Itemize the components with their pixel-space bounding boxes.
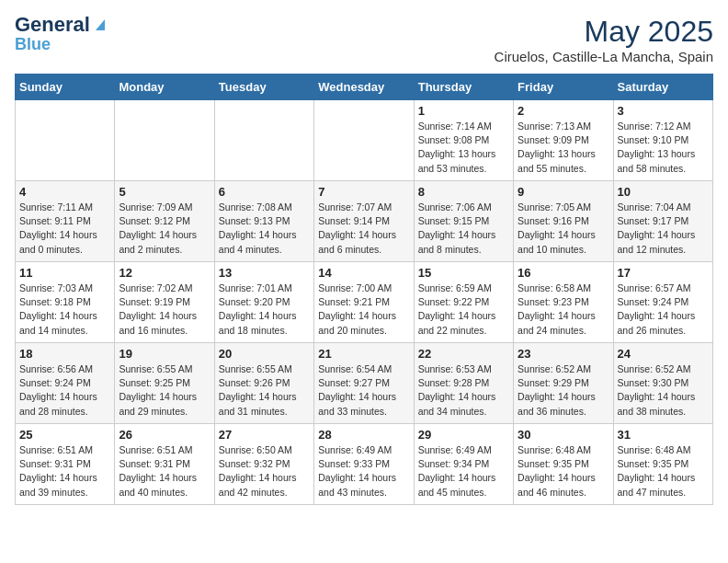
calendar-table: SundayMondayTuesdayWednesdayThursdayFrid… <box>15 74 713 505</box>
week-row-5: 25Sunrise: 6:51 AM Sunset: 9:31 PM Dayli… <box>16 424 713 505</box>
day-number: 22 <box>418 347 509 361</box>
day-info: Sunrise: 6:56 AM Sunset: 9:24 PM Dayligh… <box>19 362 110 419</box>
calendar-cell <box>16 100 115 181</box>
calendar-cell: 22Sunrise: 6:53 AM Sunset: 9:28 PM Dayli… <box>414 343 513 424</box>
calendar-cell: 14Sunrise: 7:00 AM Sunset: 9:21 PM Dayli… <box>314 262 414 343</box>
day-number: 25 <box>19 428 110 442</box>
day-number: 6 <box>219 185 310 199</box>
day-info: Sunrise: 6:54 AM Sunset: 9:27 PM Dayligh… <box>318 362 409 419</box>
week-row-4: 18Sunrise: 6:56 AM Sunset: 9:24 PM Dayli… <box>16 343 713 424</box>
day-info: Sunrise: 6:52 AM Sunset: 9:29 PM Dayligh… <box>518 362 609 419</box>
day-number: 31 <box>618 428 709 442</box>
day-number: 19 <box>119 347 210 361</box>
day-number: 8 <box>418 185 509 199</box>
day-info: Sunrise: 6:51 AM Sunset: 9:31 PM Dayligh… <box>19 443 110 500</box>
day-info: Sunrise: 6:58 AM Sunset: 9:23 PM Dayligh… <box>518 282 609 338</box>
day-number: 24 <box>618 347 709 361</box>
day-number: 4 <box>19 185 110 199</box>
calendar-cell: 16Sunrise: 6:58 AM Sunset: 9:23 PM Dayli… <box>514 262 613 343</box>
calendar-cell: 18Sunrise: 6:56 AM Sunset: 9:24 PM Dayli… <box>16 343 115 424</box>
calendar-cell: 24Sunrise: 6:52 AM Sunset: 9:30 PM Dayli… <box>613 343 712 424</box>
column-header-monday: Monday <box>115 75 214 100</box>
day-info: Sunrise: 6:55 AM Sunset: 9:25 PM Dayligh… <box>119 362 210 419</box>
logo-blue: Blue <box>15 35 51 54</box>
calendar-cell: 15Sunrise: 6:59 AM Sunset: 9:22 PM Dayli… <box>414 262 513 343</box>
title-block: May 2025 Ciruelos, Castille-La Mancha, S… <box>495 15 713 64</box>
calendar-cell: 1Sunrise: 7:14 AM Sunset: 9:08 PM Daylig… <box>414 100 513 181</box>
month-title: May 2025 <box>495 15 713 49</box>
day-number: 15 <box>418 266 509 280</box>
day-info: Sunrise: 6:57 AM Sunset: 9:24 PM Dayligh… <box>618 282 709 338</box>
day-number: 26 <box>119 428 210 442</box>
calendar-cell: 12Sunrise: 7:02 AM Sunset: 9:19 PM Dayli… <box>115 262 214 343</box>
day-number: 18 <box>19 347 110 361</box>
logo-general: General <box>15 15 90 35</box>
day-info: Sunrise: 7:14 AM Sunset: 9:08 PM Dayligh… <box>418 120 509 176</box>
day-info: Sunrise: 7:06 AM Sunset: 9:15 PM Dayligh… <box>418 201 509 257</box>
day-number: 7 <box>318 185 409 199</box>
calendar-cell: 5Sunrise: 7:09 AM Sunset: 9:12 PM Daylig… <box>115 181 214 262</box>
column-header-tuesday: Tuesday <box>214 75 313 100</box>
week-row-1: 1Sunrise: 7:14 AM Sunset: 9:08 PM Daylig… <box>16 100 713 181</box>
page-header: General Blue May 2025 Ciruelos, Castille… <box>15 15 713 64</box>
day-info: Sunrise: 7:02 AM Sunset: 9:19 PM Dayligh… <box>119 282 210 338</box>
day-info: Sunrise: 6:52 AM Sunset: 9:30 PM Dayligh… <box>618 362 709 419</box>
calendar-cell: 13Sunrise: 7:01 AM Sunset: 9:20 PM Dayli… <box>214 262 313 343</box>
day-number: 23 <box>518 347 609 361</box>
calendar-cell: 2Sunrise: 7:13 AM Sunset: 9:09 PM Daylig… <box>514 100 613 181</box>
day-info: Sunrise: 6:51 AM Sunset: 9:31 PM Dayligh… <box>119 443 210 500</box>
calendar-cell: 28Sunrise: 6:49 AM Sunset: 9:33 PM Dayli… <box>314 424 414 505</box>
calendar-cell: 25Sunrise: 6:51 AM Sunset: 9:31 PM Dayli… <box>16 424 115 505</box>
calendar-cell <box>314 100 414 181</box>
calendar-cell: 21Sunrise: 6:54 AM Sunset: 9:27 PM Dayli… <box>314 343 414 424</box>
day-number: 12 <box>119 266 210 280</box>
week-row-2: 4Sunrise: 7:11 AM Sunset: 9:11 PM Daylig… <box>16 181 713 262</box>
column-header-saturday: Saturday <box>613 75 712 100</box>
day-info: Sunrise: 6:48 AM Sunset: 9:35 PM Dayligh… <box>618 443 709 500</box>
day-number: 16 <box>518 266 609 280</box>
day-number: 30 <box>518 428 609 442</box>
location: Ciruelos, Castille-La Mancha, Spain <box>495 49 713 64</box>
calendar-cell: 10Sunrise: 7:04 AM Sunset: 9:17 PM Dayli… <box>613 181 712 262</box>
day-number: 5 <box>119 185 210 199</box>
day-info: Sunrise: 7:12 AM Sunset: 9:10 PM Dayligh… <box>618 120 709 176</box>
calendar-cell: 4Sunrise: 7:11 AM Sunset: 9:11 PM Daylig… <box>16 181 115 262</box>
day-info: Sunrise: 7:03 AM Sunset: 9:18 PM Dayligh… <box>19 282 110 338</box>
calendar-cell: 11Sunrise: 7:03 AM Sunset: 9:18 PM Dayli… <box>16 262 115 343</box>
day-info: Sunrise: 7:09 AM Sunset: 9:12 PM Dayligh… <box>119 201 210 257</box>
day-info: Sunrise: 7:08 AM Sunset: 9:13 PM Dayligh… <box>219 201 310 257</box>
day-number: 1 <box>418 104 509 118</box>
day-info: Sunrise: 7:04 AM Sunset: 9:17 PM Dayligh… <box>618 201 709 257</box>
day-info: Sunrise: 7:11 AM Sunset: 9:11 PM Dayligh… <box>19 201 110 257</box>
day-number: 21 <box>318 347 409 361</box>
calendar-cell: 27Sunrise: 6:50 AM Sunset: 9:32 PM Dayli… <box>214 424 313 505</box>
day-number: 2 <box>518 104 609 118</box>
day-info: Sunrise: 7:00 AM Sunset: 9:21 PM Dayligh… <box>318 282 409 338</box>
day-info: Sunrise: 6:59 AM Sunset: 9:22 PM Dayligh… <box>418 282 509 338</box>
day-number: 29 <box>418 428 509 442</box>
calendar-cell: 17Sunrise: 6:57 AM Sunset: 9:24 PM Dayli… <box>613 262 712 343</box>
calendar-cell: 23Sunrise: 6:52 AM Sunset: 9:29 PM Dayli… <box>514 343 613 424</box>
calendar-cell: 7Sunrise: 7:07 AM Sunset: 9:14 PM Daylig… <box>314 181 414 262</box>
calendar-cell <box>214 100 313 181</box>
day-number: 13 <box>219 266 310 280</box>
day-info: Sunrise: 6:55 AM Sunset: 9:26 PM Dayligh… <box>219 362 310 419</box>
day-info: Sunrise: 7:13 AM Sunset: 9:09 PM Dayligh… <box>518 120 609 176</box>
day-number: 27 <box>219 428 310 442</box>
day-info: Sunrise: 6:49 AM Sunset: 9:34 PM Dayligh… <box>418 443 509 500</box>
day-number: 20 <box>219 347 310 361</box>
day-info: Sunrise: 6:49 AM Sunset: 9:33 PM Dayligh… <box>318 443 409 500</box>
day-info: Sunrise: 7:01 AM Sunset: 9:20 PM Dayligh… <box>219 282 310 338</box>
calendar-cell: 26Sunrise: 6:51 AM Sunset: 9:31 PM Dayli… <box>115 424 214 505</box>
day-number: 14 <box>318 266 409 280</box>
column-header-wednesday: Wednesday <box>314 75 414 100</box>
day-info: Sunrise: 7:05 AM Sunset: 9:16 PM Dayligh… <box>518 201 609 257</box>
column-header-sunday: Sunday <box>16 75 115 100</box>
day-info: Sunrise: 6:53 AM Sunset: 9:28 PM Dayligh… <box>418 362 509 419</box>
calendar-cell <box>115 100 214 181</box>
calendar-cell: 31Sunrise: 6:48 AM Sunset: 9:35 PM Dayli… <box>613 424 712 505</box>
calendar-cell: 20Sunrise: 6:55 AM Sunset: 9:26 PM Dayli… <box>214 343 313 424</box>
calendar-cell: 8Sunrise: 7:06 AM Sunset: 9:15 PM Daylig… <box>414 181 513 262</box>
day-number: 3 <box>618 104 709 118</box>
calendar-cell: 3Sunrise: 7:12 AM Sunset: 9:10 PM Daylig… <box>613 100 712 181</box>
